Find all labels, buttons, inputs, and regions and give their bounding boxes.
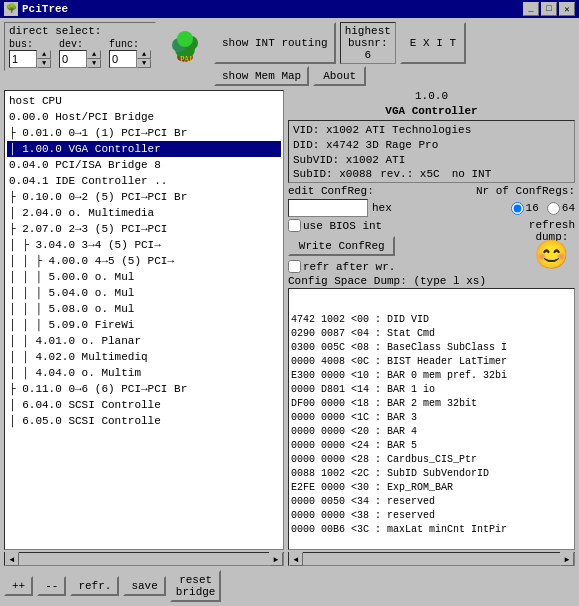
dev-spin: ▲ ▼: [59, 50, 101, 68]
subvid-line: SubVID: x1002 ATI: [293, 153, 570, 168]
pp-button[interactable]: ++: [4, 576, 33, 596]
tree-item[interactable]: │ │ │ 5.00.0 o. Mul: [7, 269, 281, 285]
func-spin-down[interactable]: ▼: [137, 59, 151, 68]
tree-item[interactable]: │ │ 4.02.0 Multimediq: [7, 349, 281, 365]
mm-button[interactable]: --: [37, 576, 66, 596]
dev-spin-down[interactable]: ▼: [87, 59, 101, 68]
window-title: PciTree: [22, 3, 68, 15]
radio-16-label[interactable]: 16: [511, 202, 539, 215]
subid-label: SubID:: [293, 168, 333, 180]
bus-spin-down[interactable]: ▼: [37, 59, 51, 68]
tree-item[interactable]: │ │ 4.01.0 o. Planar: [7, 333, 281, 349]
dump-line: 0000 D801 <14 : BAR 1 io: [291, 383, 572, 397]
input-radio-row: hex 16 64: [288, 199, 575, 217]
dev-label: dev:: [59, 39, 83, 50]
bus-spin-up[interactable]: ▲: [37, 50, 51, 59]
refr-after-wr-checkbox[interactable]: [288, 260, 301, 273]
did-line: DID: x4742 3D Rage Pro: [293, 138, 570, 153]
tree-item[interactable]: │ │ 4.04.0 o. Multim: [7, 365, 281, 381]
tree-item[interactable]: │ │ │ 5.09.0 FireWi: [7, 317, 281, 333]
content-area: host CPU 0.00.0 Host/PCI Bridge ├ 0.01.0…: [4, 90, 575, 566]
maximize-button[interactable]: □: [541, 2, 557, 16]
direct-select-panel: direct select: bus: ▲ ▼ dev:: [4, 22, 156, 71]
tree-item[interactable]: ├ 0.10.0 0→2 (5) PCI→PCI Br: [7, 189, 281, 205]
bottom-bar: ++ -- refr. save reset bridge: [4, 570, 575, 602]
tree-item[interactable]: ├ 0.01.0 0→1 (1) PCI→PCI Br: [7, 125, 281, 141]
reset-bridge-button[interactable]: reset bridge: [170, 570, 222, 602]
tree-item[interactable]: 0.04.1 IDE Controller ..: [7, 173, 281, 189]
dump-line: 0088 1002 <2C : SubID SubVendorID: [291, 467, 572, 481]
dev-input[interactable]: [59, 50, 87, 68]
close-button[interactable]: ✕: [559, 2, 575, 16]
dump-line: 4742 1002 <00 : DID VID: [291, 313, 572, 327]
tree-item[interactable]: │ 6.04.0 SCSI Controlle: [7, 397, 281, 413]
smiley-icon[interactable]: 😊: [534, 243, 569, 271]
radio-64[interactable]: [547, 202, 560, 215]
config-dump[interactable]: 4742 1002 <00 : DID VID0290 0087 <04 : S…: [288, 288, 575, 550]
func-spin-up[interactable]: ▲: [137, 50, 151, 59]
controls-right: show INT routing highest busnr: 6 E X I …: [214, 22, 466, 86]
subvid-value: x1002 ATI: [346, 154, 405, 166]
dump-hscroll[interactable]: ◄ ►: [288, 552, 575, 566]
dev-spin-buttons: ▲ ▼: [87, 50, 101, 68]
subid-value: x0088: [339, 168, 372, 180]
dev-spin-up[interactable]: ▲: [87, 50, 101, 59]
about-button[interactable]: About: [313, 66, 366, 86]
dump-line: 0000 0000 <28 : Cardbus_CIS_Ptr: [291, 453, 572, 467]
highest-line2: busnr:: [345, 37, 391, 49]
tree-item[interactable]: │ ├ 3.04.0 3→4 (5) PCI→: [7, 237, 281, 253]
bus-input[interactable]: [9, 50, 37, 68]
use-bios-int-checkbox[interactable]: [288, 219, 301, 232]
bus-spin-buttons: ▲ ▼: [37, 50, 51, 68]
left-controls: use BIOS int Write ConfReg refr after wr…: [288, 219, 395, 273]
dump-line: E300 0000 <10 : BAR 0 mem pref. 32bi: [291, 369, 572, 383]
tree-item[interactable]: host CPU: [7, 93, 281, 109]
func-spin-buttons: ▲ ▼: [137, 50, 151, 68]
highest-box: highest busnr: 6: [340, 22, 396, 64]
func-input[interactable]: [109, 50, 137, 68]
top-area: direct select: bus: ▲ ▼ dev:: [4, 22, 575, 86]
btn-row-2: show Mem Map About: [214, 66, 466, 86]
highest-line1: highest: [345, 25, 391, 37]
confreg-input[interactable]: [288, 199, 368, 217]
vid-label: VID:: [293, 124, 319, 136]
tree-item[interactable]: │ │ ├ 4.00.0 4→5 (5) PCI→: [7, 253, 281, 269]
dump-line: E2FE 0000 <30 : Exp_ROM_BAR: [291, 481, 572, 495]
highest-line3: 6: [345, 49, 391, 61]
refr-button[interactable]: refr.: [70, 576, 119, 596]
save-button[interactable]: save: [123, 576, 165, 596]
radio-16[interactable]: [511, 202, 524, 215]
tree-item[interactable]: │ │ │ 5.04.0 o. Mul: [7, 285, 281, 301]
nr-confregs-label: Nr of ConfRegs:: [476, 185, 575, 197]
tree-item[interactable]: │ 6.05.0 SCSI Controlle: [7, 413, 281, 429]
tree-item[interactable]: 0.00.0 Host/PCI Bridge: [7, 109, 281, 125]
tree-item[interactable]: │ 1.00.0 VGA Controller: [7, 141, 281, 157]
show-int-routing-button[interactable]: show INT routing: [214, 22, 336, 64]
radio-64-text: 64: [562, 202, 575, 214]
tree-item[interactable]: │ 2.04.0 o. Multimedia: [7, 205, 281, 221]
refr-after-wr-label: refr after wr.: [303, 261, 395, 273]
dump-scroll-left[interactable]: ◄: [289, 552, 303, 566]
dump-scroll-right[interactable]: ►: [560, 552, 574, 566]
tree-item[interactable]: │ │ │ 5.08.0 o. Mul: [7, 301, 281, 317]
radio-64-label[interactable]: 64: [547, 202, 575, 215]
vid-value: x1002 ATI Technologies: [326, 124, 471, 136]
tree-item[interactable]: 0.04.0 PCI/ISA Bridge 8: [7, 157, 281, 173]
no-int-label: no INT: [452, 168, 492, 180]
dump-line: 0300 005C <08 : BaseClass SubClass I: [291, 341, 572, 355]
radio-group: 16 64: [511, 202, 575, 215]
dump-line: 0290 0087 <04 : Stat Cmd: [291, 327, 572, 341]
scroll-left-arrow[interactable]: ◄: [5, 552, 19, 566]
minimize-button[interactable]: _: [523, 2, 539, 16]
tree-item[interactable]: ├ 2.07.0 2→3 (5) PCI→PCI: [7, 221, 281, 237]
scroll-right-arrow[interactable]: ►: [269, 552, 283, 566]
tree-hscroll[interactable]: ◄ ►: [4, 552, 284, 566]
write-confreg-button[interactable]: Write ConfReg: [288, 236, 395, 256]
did-label: DID:: [293, 139, 319, 151]
address-label: 1.0.0: [288, 90, 575, 102]
tree-container[interactable]: host CPU 0.00.0 Host/PCI Bridge ├ 0.01.0…: [4, 90, 284, 550]
show-mem-map-button[interactable]: show Mem Map: [214, 66, 309, 86]
edit-confreg-row: edit ConfReg: Nr of ConfRegs:: [288, 185, 575, 197]
tree-item[interactable]: ├ 0.11.0 0→6 (6) PCI→PCI Br: [7, 381, 281, 397]
exit-button[interactable]: E X I T: [400, 22, 466, 64]
